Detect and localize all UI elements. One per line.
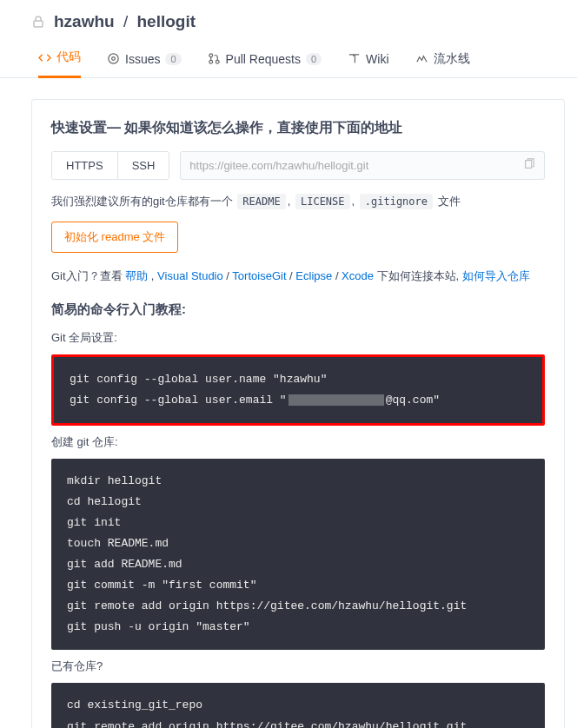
- repo-header: hzawhu / hellogit: [0, 0, 577, 40]
- tab-wiki[interactable]: Wiki: [348, 40, 388, 78]
- xcode-link[interactable]: Xcode: [342, 269, 374, 282]
- svg-point-3: [209, 54, 212, 57]
- help-line: Git入门？查看 帮助 , Visual Studio / TortoiseGi…: [51, 268, 545, 284]
- global-settings-label: Git 全局设置:: [51, 330, 545, 346]
- repo-tabs: 代码 Issues 0 Pull Requests 0 Wiki 流水线: [0, 40, 577, 78]
- readme-label: README: [237, 194, 285, 209]
- svg-point-2: [112, 57, 116, 61]
- redacted-email: [288, 394, 384, 406]
- create-repo-code[interactable]: mkdir hellogit cd hellogit git init touc…: [51, 459, 545, 650]
- empty-repo-panel: 快速设置— 如果你知道该怎么操作，直接使用下面的地址 HTTPS SSH 我们强…: [31, 99, 565, 728]
- wiki-icon: [348, 52, 361, 65]
- clone-url-input[interactable]: [189, 159, 523, 172]
- quick-setup-title: 快速设置— 如果你知道该怎么操作，直接使用下面的地址: [51, 119, 545, 137]
- eclipse-link[interactable]: Eclipse: [295, 269, 332, 282]
- global-config-code[interactable]: git config --global user.name "hzawhu" g…: [51, 354, 545, 426]
- help-link[interactable]: 帮助: [125, 269, 148, 282]
- svg-point-4: [209, 60, 212, 63]
- gitignore-label: .gitignore: [360, 194, 433, 209]
- code-icon: [38, 51, 51, 64]
- vs-link[interactable]: Visual Studio: [157, 269, 223, 282]
- tab-pipeline[interactable]: 流水线: [415, 40, 470, 78]
- issues-count-badge: 0: [165, 53, 181, 65]
- clone-url-row: HTTPS SSH: [51, 151, 545, 180]
- ssh-button[interactable]: SSH: [117, 152, 169, 179]
- existing-repo-code[interactable]: cd existing_git_repo git remote add orig…: [51, 683, 545, 728]
- tortoise-link[interactable]: TortoiseGit: [232, 269, 286, 282]
- copy-icon[interactable]: [523, 158, 535, 173]
- create-repo-label: 创建 git 仓库:: [51, 434, 545, 450]
- breadcrumb: hzawhu / hellogit: [54, 12, 196, 31]
- protocol-toggle: HTTPS SSH: [51, 151, 169, 180]
- existing-repo-label: 已有仓库?: [51, 659, 545, 674]
- issues-icon: [107, 52, 120, 65]
- pulls-count-badge: 0: [306, 53, 322, 65]
- license-label: LICENSE: [295, 194, 350, 209]
- tab-issues[interactable]: Issues 0: [107, 40, 182, 78]
- suggest-line: 我们强烈建议所有的git仓库都有一个 README, LICENSE, .git…: [51, 194, 545, 209]
- svg-point-5: [216, 60, 219, 63]
- init-readme-button[interactable]: 初始化 readme 文件: [51, 222, 178, 253]
- https-button[interactable]: HTTPS: [52, 152, 117, 179]
- svg-rect-6: [526, 161, 532, 169]
- repo-owner[interactable]: hzawhu: [54, 12, 115, 30]
- svg-point-1: [109, 54, 118, 63]
- clone-url-box: [180, 151, 545, 180]
- tab-code[interactable]: 代码: [38, 40, 81, 78]
- import-link[interactable]: 如何导入仓库: [462, 269, 530, 282]
- tutorial-title: 简易的命令行入门教程:: [51, 301, 545, 318]
- lock-icon: [31, 15, 45, 29]
- pull-request-icon: [208, 52, 221, 65]
- repo-name[interactable]: hellogit: [137, 12, 196, 30]
- svg-rect-0: [34, 21, 43, 27]
- tab-pull-requests[interactable]: Pull Requests 0: [208, 40, 322, 78]
- pipeline-icon: [415, 52, 428, 65]
